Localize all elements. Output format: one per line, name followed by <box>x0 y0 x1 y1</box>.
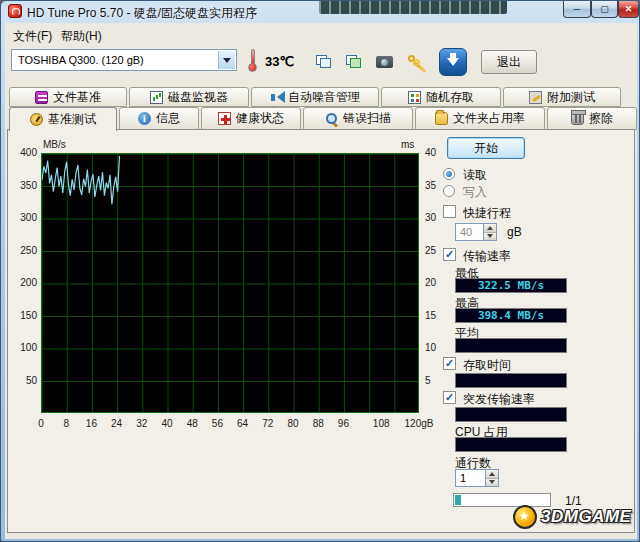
axis-tick: 96 <box>323 418 363 429</box>
axis-tick: 300 <box>13 212 37 223</box>
watermark: 3DMGAME <box>513 505 631 529</box>
tab-benchmark[interactable]: 基准测试 <box>9 107 117 131</box>
copy-screenshot-button[interactable] <box>341 49 367 75</box>
benchmark-gauge-icon <box>30 113 43 126</box>
watermark-text: 3DMGAME <box>541 507 631 527</box>
drive-select-dropdown[interactable]: TOSHIBA Q300. (120 gB) <box>11 49 237 71</box>
temperature-value: 33℃ <box>265 54 294 69</box>
tab-folder-usage[interactable]: 文件夹占用率 <box>415 107 545 130</box>
axis-tick: 120gB <box>399 418 439 429</box>
tab-erase[interactable]: 擦除 <box>547 107 637 130</box>
registration-button[interactable] <box>403 49 429 75</box>
radio-write[interactable] <box>443 185 455 197</box>
benchmark-chart: MB/s ms 40035030025020015010050403530252… <box>13 137 459 437</box>
camera-icon <box>376 56 393 68</box>
spin-up-icon[interactable] <box>484 224 496 233</box>
tab-info[interactable]: 信息 <box>119 107 199 130</box>
copy-info-button[interactable] <box>311 49 337 75</box>
short-stroke-value: 40 <box>460 226 472 238</box>
passes-spinner[interactable]: 1 <box>455 469 499 487</box>
short-stroke-unit: gB <box>507 225 522 239</box>
background-window-artifact <box>319 1 507 14</box>
close-button[interactable]: ✕ <box>618 1 639 18</box>
short-stroke-spinner[interactable]: 40 <box>455 223 497 241</box>
axis-tick: 10 <box>425 342 449 353</box>
transfer-rate-label[interactable]: 传输速率 <box>463 248 511 265</box>
spin-up-icon[interactable] <box>486 470 498 479</box>
copy-pages-icon <box>316 55 332 69</box>
radio-read-label[interactable]: 读取 <box>463 167 487 184</box>
random-access-icon <box>408 91 421 104</box>
down-arrow-icon <box>447 58 459 72</box>
tab-label: 健康状态 <box>236 110 284 127</box>
axis-tick: 40 <box>425 147 449 158</box>
checkbox-burst-rate[interactable]: ✓ <box>443 391 456 404</box>
titlebar[interactable]: HD Tune Pro 5.70 - 硬盘/固态硬盘实用程序 ─ ▢ ✕ <box>1 1 639 23</box>
maximize-button[interactable]: ▢ <box>591 1 618 18</box>
progress-fill <box>455 495 461 505</box>
axis-tick: 108 <box>361 418 401 429</box>
minimize-button[interactable]: ─ <box>563 1 591 18</box>
folder-icon <box>435 112 448 125</box>
spin-down-icon[interactable] <box>484 233 496 241</box>
exit-button[interactable]: 退出 <box>481 50 537 74</box>
short-stroke-label[interactable]: 快捷行程 <box>463 205 511 222</box>
menu-file[interactable]: 文件(F) <box>7 26 58 47</box>
radio-write-label[interactable]: 写入 <box>463 184 487 201</box>
axis-tick: 15 <box>425 310 449 321</box>
update-download-button[interactable] <box>439 48 467 76</box>
tab-file-benchmark[interactable]: 文件基准 <box>9 87 127 107</box>
tab-random-access[interactable]: 随机存取 <box>381 87 501 107</box>
trash-icon <box>571 112 584 125</box>
cpu-usage-value <box>455 437 567 452</box>
tab-label: 磁盘监视器 <box>168 89 228 106</box>
access-time-value <box>455 373 567 388</box>
axis-tick: 350 <box>13 180 37 191</box>
avg-value <box>455 338 567 353</box>
checkbox-transfer-rate[interactable]: ✓ <box>443 248 456 261</box>
extra-tests-icon <box>529 91 542 104</box>
transfer-rate-plot <box>41 153 419 413</box>
checkbox-access-time[interactable]: ✓ <box>443 357 456 370</box>
tab-label: 基准测试 <box>48 111 96 128</box>
axis-tick: 100 <box>13 342 37 353</box>
tab-error-scan[interactable]: 错误扫描 <box>303 107 413 130</box>
burst-rate-label[interactable]: 突发传输速率 <box>463 391 535 408</box>
menu-help[interactable]: 帮助(H) <box>55 26 108 47</box>
axis-tick: 5 <box>425 375 449 386</box>
client-area: 文件(F) 帮助(H) TOSHIBA Q300. (120 gB) 33℃ 退… <box>5 23 637 539</box>
passes-value: 1 <box>460 472 466 484</box>
tab-label: 错误扫描 <box>343 110 391 127</box>
speaker-icon <box>270 91 283 104</box>
chevron-down-icon[interactable] <box>218 51 235 69</box>
axis-tick: 250 <box>13 245 37 256</box>
access-time-label[interactable]: 存取时间 <box>463 357 511 374</box>
tab-label: 文件基准 <box>53 89 101 106</box>
max-value: 398.4 MB/s <box>455 308 567 323</box>
save-screenshot-button[interactable] <box>371 49 397 75</box>
radio-read[interactable] <box>443 168 455 180</box>
burst-rate-value <box>455 407 567 422</box>
app-window: HD Tune Pro 5.70 - 硬盘/固态硬盘实用程序 ─ ▢ ✕ 文件(… <box>0 0 640 542</box>
info-icon <box>138 112 151 125</box>
tab-label: 文件夹占用率 <box>453 110 525 127</box>
health-cross-icon <box>218 112 231 125</box>
tab-label: 擦除 <box>589 110 613 127</box>
tab-health[interactable]: 健康状态 <box>201 107 301 130</box>
transfer-rate-line <box>42 156 120 204</box>
tab-label: 信息 <box>156 110 180 127</box>
tab-aam[interactable]: 自动噪音管理 <box>251 87 379 107</box>
tab-disk-monitor[interactable]: 磁盘监视器 <box>129 87 249 107</box>
spin-down-icon[interactable] <box>486 479 498 487</box>
file-benchmark-icon <box>35 91 48 104</box>
app-icon <box>8 4 22 18</box>
3dmgame-logo-icon <box>513 505 537 529</box>
copy-pages-green-icon <box>346 55 362 69</box>
checkbox-short-stroke[interactable] <box>443 205 456 218</box>
min-value: 322.5 MB/s <box>455 278 567 293</box>
y-axis-unit-left: MB/s <box>43 139 66 150</box>
tab-label: 随机存取 <box>426 89 474 106</box>
start-button[interactable]: 开始 <box>447 137 525 159</box>
tab-label: 附加测试 <box>547 89 595 106</box>
tab-extra-tests[interactable]: 附加测试 <box>503 87 621 107</box>
